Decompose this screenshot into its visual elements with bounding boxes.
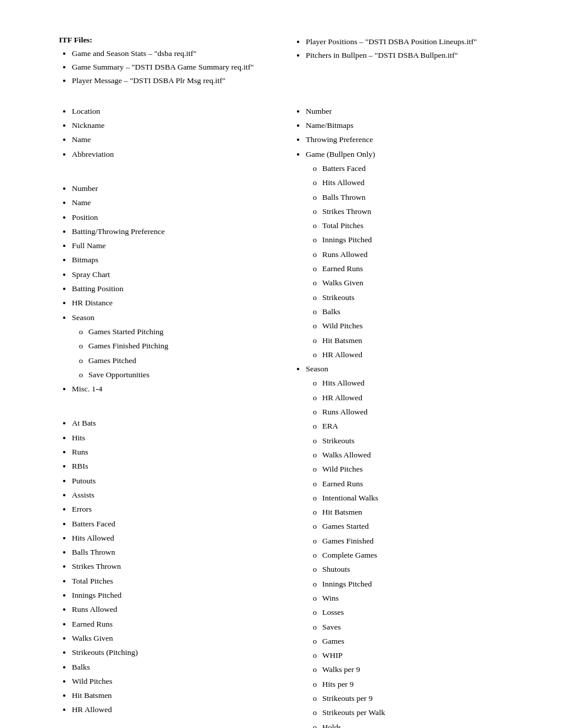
list-item: HR Distance xyxy=(72,296,281,310)
list-item: Runs Allowed xyxy=(322,405,515,419)
list-item: Season xyxy=(72,311,281,325)
list-item: Holds xyxy=(322,720,515,728)
list-item: Game (Bullpen Only) xyxy=(306,147,515,162)
col-left: Location Nickname Name Abbreviation Numb… xyxy=(59,104,281,728)
list-item: Strikeouts xyxy=(322,291,515,305)
list-item: Position xyxy=(72,210,281,225)
list-item: Intentional Walks xyxy=(322,491,515,505)
list-item: Hit Batsmen xyxy=(72,689,281,703)
left-block3: At Bats Hits Runs RBIs Putouts Assists E… xyxy=(59,416,281,717)
list-item: Strikes Thrown xyxy=(72,559,281,574)
list-item: Batting Position xyxy=(72,282,281,296)
list-item: Hits Allowed xyxy=(322,176,515,190)
two-col: Location Nickname Name Abbreviation Numb… xyxy=(59,104,515,728)
list-item: Innings Pitched xyxy=(72,588,281,602)
list-item: Game Summary – "DSTI DSBA Game Summary r… xyxy=(72,61,281,74)
list-item: Name xyxy=(72,196,281,210)
itf-right-list: Player Positions – "DSTI DSBA Position L… xyxy=(293,35,515,62)
list-item: Number xyxy=(72,182,281,196)
list-item: Shutouts xyxy=(322,562,515,577)
list-item: RBIs xyxy=(72,459,281,473)
spacer1 xyxy=(59,173,281,182)
list-item: Games Started xyxy=(322,519,515,533)
list-item: Player Positions – "DSTI DSBA Position L… xyxy=(306,35,515,49)
itf-left: ITF Files: Game and Season Stats – "dsba… xyxy=(59,35,281,88)
list-item: Batters Faced xyxy=(72,517,281,531)
list-item: Runs Allowed xyxy=(322,248,515,262)
list-item: ERA xyxy=(322,419,515,433)
list-item: Strikeouts (Pitching) xyxy=(72,645,281,660)
list-item: HR Allowed xyxy=(72,703,281,717)
list-item: Bitmaps xyxy=(72,253,281,267)
list-item: Balls Thrown xyxy=(72,545,281,559)
list-item: Misc. 1-4 xyxy=(72,382,281,396)
season-sub-list: Games Started Pitching Games Finished Pi… xyxy=(72,325,281,382)
spacer2 xyxy=(59,408,281,416)
right-season-sub: Hits Allowed HR Allowed Runs Allowed ERA… xyxy=(306,376,515,728)
list-item: Game and Season Stats – "dsba req.itf" xyxy=(72,47,281,61)
right-season-item: Season xyxy=(306,362,515,376)
left-block1-list: Location Nickname Name Abbreviation xyxy=(59,104,281,162)
list-item: Balls Thrown xyxy=(322,190,515,205)
list-item: Strikeouts xyxy=(322,434,515,448)
list-item: Walks Allowed xyxy=(322,448,515,462)
list-item: WHIP xyxy=(322,648,515,663)
list-item: Pitchers in Bullpen – "DSTI DSBA Bullpen… xyxy=(306,49,515,62)
list-item: Hits per 9 xyxy=(322,677,515,691)
list-item: Innings Pitched xyxy=(322,577,515,591)
list-item: Full Name xyxy=(72,239,281,253)
list-item: Player Message – "DSTI DSBA Plr Msg req.… xyxy=(72,74,281,88)
col-right: Number Name/Bitmaps Throwing Preference … xyxy=(293,104,515,728)
list-item: At Bats xyxy=(72,416,281,430)
page: ITF Files: Game and Season Stats – "dsba… xyxy=(59,35,515,728)
list-item: Games Finished xyxy=(322,534,515,548)
list-item: Strikes Thrown xyxy=(322,205,515,219)
right-block1: Number Name/Bitmaps Throwing Preference … xyxy=(293,104,515,728)
list-item: Hits Allowed xyxy=(322,376,515,390)
list-item: Games xyxy=(322,634,515,648)
itf-left-list: Game and Season Stats – "dsba req.itf" G… xyxy=(59,47,281,88)
left-block3-list: At Bats Hits Runs RBIs Putouts Assists E… xyxy=(59,416,281,717)
list-item: Walks Given xyxy=(322,276,515,290)
list-item: Hits Allowed xyxy=(72,531,281,545)
list-item: HR Allowed xyxy=(322,391,515,405)
list-item: Wild Pitches xyxy=(322,319,515,333)
list-item: Batting/Throwing Preference xyxy=(72,225,281,239)
list-item: Hit Batsmen xyxy=(322,334,515,348)
list-item: HR Allowed xyxy=(322,348,515,362)
list-item: Saves xyxy=(322,620,515,634)
itf-label: ITF Files: xyxy=(59,35,281,45)
list-item: Spray Chart xyxy=(72,268,281,282)
itf-right: Player Positions – "DSTI DSBA Position L… xyxy=(293,35,515,88)
list-item: Walks per 9 xyxy=(322,663,515,677)
list-item: Number xyxy=(306,104,515,118)
list-item: Hits xyxy=(72,431,281,445)
list-item: Errors xyxy=(72,502,281,516)
list-item: Games Started Pitching xyxy=(88,325,281,339)
list-item: Earned Runs xyxy=(72,617,281,631)
list-item: Games Finished Pitching xyxy=(88,339,281,353)
list-item: Complete Games xyxy=(322,548,515,562)
list-item: Total Pitches xyxy=(72,574,281,588)
list-item: Throwing Preference xyxy=(306,133,515,147)
list-item: Putouts xyxy=(72,474,281,488)
left-block1: Location Nickname Name Abbreviation xyxy=(59,104,281,162)
right-game-sub: Batters Faced Hits Allowed Balls Thrown … xyxy=(306,162,515,362)
list-item: Balks xyxy=(322,305,515,319)
list-item: Losses xyxy=(322,605,515,620)
list-item: Strikeouts per Walk xyxy=(322,706,515,720)
list-item: Hit Batsmen xyxy=(322,505,515,519)
list-item: Location xyxy=(72,104,281,118)
list-item: Runs Allowed xyxy=(72,602,281,617)
list-item: Save Opportunities xyxy=(88,368,281,382)
list-item: Batters Faced xyxy=(322,162,515,176)
itf-section: ITF Files: Game and Season Stats – "dsba… xyxy=(59,35,515,88)
left-block2-list: Number Name Position Batting/Throwing Pr… xyxy=(59,182,281,396)
list-item: Name xyxy=(72,133,281,147)
list-item: Name/Bitmaps xyxy=(306,118,515,133)
left-block2: Number Name Position Batting/Throwing Pr… xyxy=(59,182,281,396)
list-item: Balks xyxy=(72,660,281,674)
list-item: Games Pitched xyxy=(88,354,281,368)
list-item: Innings Pitched xyxy=(322,233,515,247)
list-item: Nickname xyxy=(72,118,281,133)
